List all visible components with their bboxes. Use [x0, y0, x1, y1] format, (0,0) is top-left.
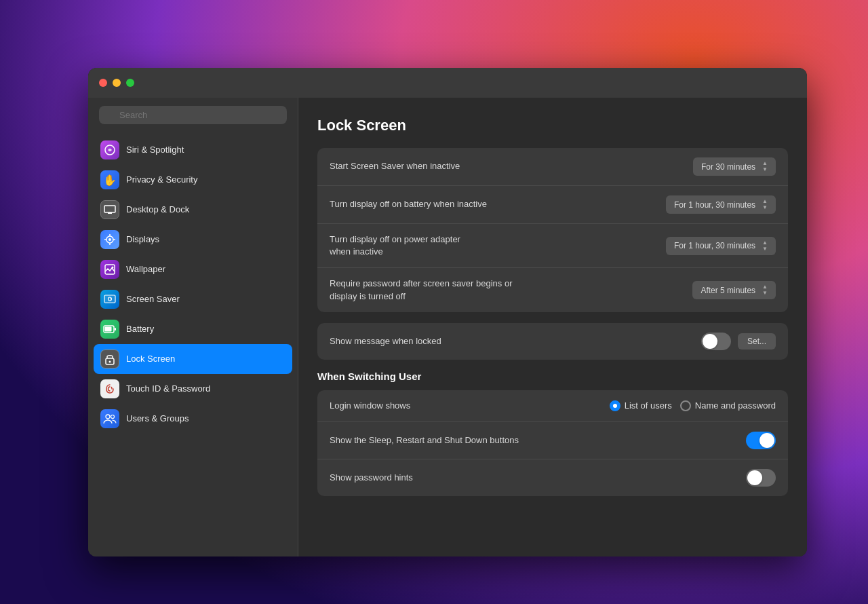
search-input[interactable] [99, 106, 287, 124]
password-hints-toggle[interactable] [746, 469, 776, 487]
turn-display-battery-stepper[interactable]: For 1 hour, 30 minutes ▲ ▼ [666, 195, 776, 214]
require-password-stepper[interactable]: After 5 minutes ▲ ▼ [692, 281, 776, 299]
desktop-icon [100, 200, 119, 219]
minimize-button[interactable] [113, 79, 121, 87]
toggle-set-group: Set... [701, 333, 776, 350]
sleep-restart-toggle-knob [760, 433, 774, 448]
require-password-value: After 5 minutes [701, 286, 755, 295]
svg-point-10 [112, 267, 114, 269]
system-preferences-window: ⌕ Siri & Spotlight ✋ [88, 68, 807, 556]
stepper-arrows-4: ▲ ▼ [762, 284, 768, 296]
sidebar-item-privacy-label: Privacy & Security [126, 174, 197, 186]
users-icon [100, 409, 119, 428]
sidebar-item-screensaver-label: Screen Saver [126, 294, 180, 305]
stepper-up-2: ▲ [762, 199, 768, 204]
displays-icon [100, 230, 119, 249]
svg-rect-1 [104, 206, 115, 212]
sidebar-item-screensaver[interactable]: Screen Saver [94, 284, 292, 314]
turn-display-battery-label: Turn display off on battery when inactiv… [330, 198, 666, 210]
sidebar-item-lockscreen[interactable]: Lock Screen [94, 344, 292, 374]
screen-settings-group: Start Screen Saver when inactive For 30 … [317, 148, 788, 312]
svg-point-18 [106, 415, 110, 419]
siri-icon [100, 140, 119, 159]
require-password-row: Require password after screen saver begi… [317, 268, 788, 312]
switching-section-title: When Switching User [317, 371, 788, 382]
search-container: ⌕ [88, 98, 298, 132]
show-message-label: Show message when locked [330, 335, 701, 347]
stepper-down: ▼ [762, 167, 768, 172]
start-screen-saver-label: Start Screen Saver when inactive [330, 160, 693, 172]
start-screen-saver-row: Start Screen Saver when inactive For 30 … [317, 148, 788, 186]
sidebar-item-desktop[interactable]: Desktop & Dock [94, 195, 292, 225]
sleep-restart-row: Show the Sleep, Restart and Shut Down bu… [317, 422, 788, 459]
sidebar-item-touchid[interactable]: Touch ID & Password [94, 374, 292, 404]
window-body: ⌕ Siri & Spotlight ✋ [88, 98, 807, 556]
touchid-icon [100, 379, 119, 398]
screensaver-icon [100, 290, 119, 309]
sidebar-item-touchid-label: Touch ID & Password [126, 383, 210, 395]
stepper-down-4: ▼ [762, 290, 768, 296]
svg-point-4 [108, 238, 111, 241]
page-title: Lock Screen [317, 117, 788, 134]
stepper-up-3: ▲ [762, 240, 768, 246]
stepper-arrows-3: ▲ ▼ [762, 240, 768, 252]
wallpaper-icon [100, 260, 119, 279]
main-content: Lock Screen Start Screen Saver when inac… [298, 98, 807, 556]
login-window-label: Login window shows [330, 400, 610, 412]
sidebar-item-siri-label: Siri & Spotlight [126, 145, 184, 156]
turn-display-battery-row: Turn display off on battery when inactiv… [317, 186, 788, 224]
sidebar-item-lockscreen-label: Lock Screen [126, 354, 175, 365]
sidebar-item-wallpaper-label: Wallpaper [126, 264, 165, 276]
sidebar: ⌕ Siri & Spotlight ✋ [88, 98, 298, 556]
sleep-restart-label: Show the Sleep, Restart and Shut Down bu… [330, 434, 746, 447]
radio-name-password-circle [680, 400, 691, 411]
radio-name-and-password[interactable]: Name and password [680, 400, 776, 411]
sidebar-item-wallpaper[interactable]: Wallpaper [94, 254, 292, 284]
show-message-toggle[interactable] [701, 333, 731, 350]
sidebar-item-desktop-label: Desktop & Dock [126, 204, 189, 216]
title-bar [88, 68, 807, 98]
svg-point-17 [109, 361, 111, 363]
svg-rect-15 [115, 328, 116, 331]
sleep-restart-toggle[interactable] [746, 432, 776, 449]
turn-display-power-value: For 1 hour, 30 minutes [674, 241, 755, 250]
radio-list-of-users[interactable]: List of users [610, 400, 672, 411]
sidebar-item-battery[interactable]: Battery [94, 314, 292, 344]
toggle-knob [703, 334, 717, 349]
require-password-label-line1: Require password after screen saver begi… [330, 278, 692, 290]
turn-display-power-label: Turn display off on power adapter when i… [330, 233, 666, 258]
sidebar-item-users[interactable]: Users & Groups [94, 404, 292, 434]
require-password-label: Require password after screen saver begi… [330, 278, 692, 302]
turn-display-power-label-line2: when inactive [330, 246, 666, 258]
sidebar-item-siri[interactable]: Siri & Spotlight [94, 135, 292, 165]
sidebar-item-displays[interactable]: Displays [94, 225, 292, 254]
traffic-lights [99, 79, 134, 87]
svg-rect-2 [108, 212, 112, 214]
show-message-row: Show message when locked Set... [317, 323, 788, 360]
sidebar-item-battery-label: Battery [126, 324, 154, 335]
close-button[interactable] [99, 79, 107, 87]
require-password-label-line2: display is turned off [330, 290, 692, 303]
turn-display-power-stepper[interactable]: For 1 hour, 30 minutes ▲ ▼ [666, 237, 776, 255]
lockscreen-icon [100, 350, 119, 369]
start-screen-saver-stepper[interactable]: For 30 minutes ▲ ▼ [693, 157, 776, 176]
maximize-button[interactable] [126, 79, 134, 87]
sidebar-items-list: Siri & Spotlight ✋ Privacy & Security [88, 132, 298, 556]
switching-group: Login window shows List of users Name an… [317, 390, 788, 496]
sidebar-item-privacy[interactable]: ✋ Privacy & Security [94, 165, 292, 195]
start-screen-saver-value: For 30 minutes [701, 162, 755, 172]
privacy-icon: ✋ [100, 170, 119, 189]
message-group: Show message when locked Set... [317, 323, 788, 360]
sidebar-item-displays-label: Displays [126, 234, 159, 246]
svg-rect-14 [105, 327, 112, 332]
password-hints-toggle-knob [747, 470, 762, 485]
search-wrapper: ⌕ [99, 106, 287, 124]
login-window-row: Login window shows List of users Name an… [317, 390, 788, 422]
radio-list-users-circle [610, 400, 620, 411]
stepper-arrows-2: ▲ ▼ [762, 199, 768, 210]
stepper-up: ▲ [762, 161, 768, 166]
svg-point-19 [111, 415, 115, 419]
battery-icon [100, 320, 119, 339]
turn-display-power-label-line1: Turn display off on power adapter [330, 233, 666, 246]
set-message-button[interactable]: Set... [738, 333, 776, 350]
